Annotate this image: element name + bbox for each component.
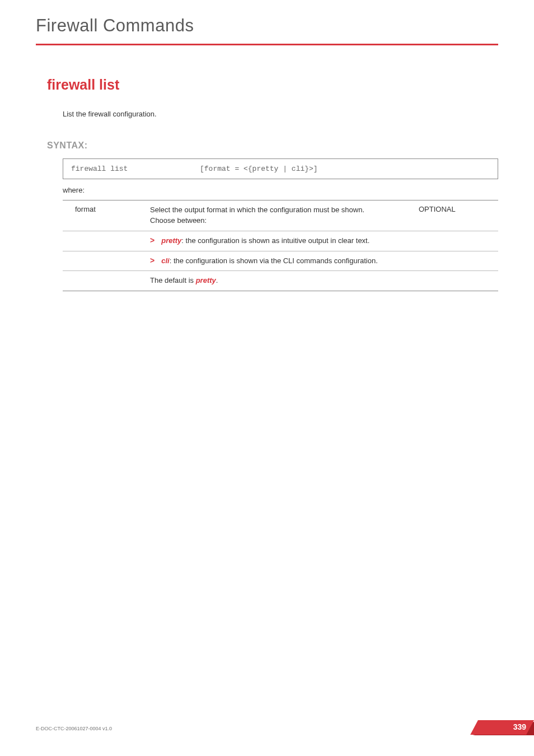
param-default: The default is pretty. (147, 271, 415, 291)
page-header: Firewall Commands (36, 16, 498, 45)
table-row: > pretty: the configuration is shown as … (63, 231, 498, 251)
syntax-box: firewall list [format = <{pretty | cli}>… (63, 158, 498, 179)
param-optional: OPTIONAL (415, 200, 498, 231)
section-title: firewall list (47, 77, 498, 93)
table-row: format Select the output format in which… (63, 200, 498, 231)
footer-doc-id: E-DOC-CTC-20061027-0004 v1.0 (36, 726, 112, 731)
syntax-label: SYNTAX: (47, 141, 498, 151)
bullet-icon: > (150, 236, 154, 245)
footer-page-number: 339 (513, 722, 526, 731)
syntax-args: [format = <{pretty | cli}>] (177, 165, 490, 173)
bullet-icon: > (150, 256, 154, 265)
table-row: > cli: the configuration is shown via th… (63, 251, 498, 271)
param-table: format Select the output format in which… (63, 200, 498, 291)
param-desc-intro: Select the output format in which the co… (147, 200, 415, 231)
bullet-text: pretty: the configuration is shown as in… (161, 236, 412, 246)
footer-page-badge: 339 (467, 720, 534, 737)
section-description: List the firewall configuration. (63, 110, 498, 118)
param-name: format (63, 200, 147, 231)
table-row: The default is pretty. (63, 271, 498, 291)
param-bullet: > cli: the configuration is shown via th… (147, 251, 415, 271)
page-footer: E-DOC-CTC-20061027-0004 v1.0 339 (36, 720, 534, 737)
where-label: where: (63, 186, 498, 194)
syntax-command: firewall list (71, 165, 177, 173)
page-title: Firewall Commands (36, 16, 498, 36)
bullet-text: cli: the configuration is shown via the … (161, 256, 412, 267)
param-bullet: > pretty: the configuration is shown as … (147, 231, 415, 251)
